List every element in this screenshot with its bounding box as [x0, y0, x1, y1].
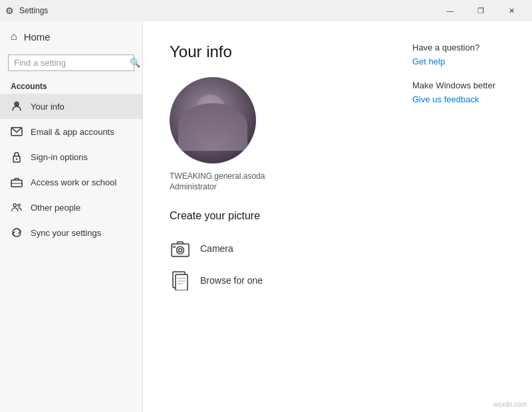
- page-title: Your info: [170, 43, 372, 61]
- search-box[interactable]: 🔍: [8, 54, 134, 71]
- briefcase-icon: [11, 176, 23, 188]
- sidebar-item-email-accounts[interactable]: Email & app accounts: [0, 119, 142, 144]
- watermark: wsxdn.com: [493, 401, 527, 408]
- close-button[interactable]: ✕: [496, 0, 527, 21]
- create-picture-title: Create your picture: [170, 210, 372, 222]
- person-icon: [11, 100, 23, 112]
- sidebar-item-your-info[interactable]: Your info: [0, 94, 142, 119]
- profile-section: TWEAKING.general.asoda Administrator: [170, 77, 372, 191]
- sidebar-item-sync-settings[interactable]: Sync your settings: [0, 220, 142, 245]
- svg-point-12: [179, 249, 182, 252]
- sidebar-item-sign-in[interactable]: Sign-in options: [0, 144, 142, 169]
- camera-option[interactable]: Camera: [170, 233, 372, 264]
- user-name: TWEAKING.general.asoda: [170, 171, 265, 181]
- svg-rect-17: [176, 274, 188, 290]
- avatar: [170, 77, 256, 163]
- svg-point-8: [13, 204, 17, 207]
- sidebar-item-other-people[interactable]: Other people: [0, 195, 142, 220]
- home-icon: ⌂: [11, 31, 17, 43]
- search-input[interactable]: [14, 58, 126, 68]
- lock-icon: [11, 151, 23, 163]
- help-question-section: Have a question? Get help: [412, 43, 519, 67]
- svg-rect-13: [173, 246, 176, 248]
- email-icon: [11, 126, 23, 138]
- home-label: Home: [24, 31, 51, 43]
- svg-point-9: [18, 204, 21, 207]
- user-role: Administrator: [170, 182, 217, 191]
- work-school-label: Access work or school: [31, 177, 116, 187]
- sync-settings-label: Sync your settings: [31, 228, 101, 238]
- camera-label: Camera: [200, 243, 233, 254]
- content-area: Your info TWEAKING.general.asoda Adminis…: [143, 21, 399, 412]
- titlebar-title: Settings: [19, 6, 48, 15]
- sync-icon: [11, 227, 23, 239]
- sidebar: ⌂ Home 🔍 Accounts Your info: [0, 21, 143, 412]
- help-panel: Have a question? Get help Make Windows b…: [399, 21, 532, 412]
- svg-rect-15: [172, 254, 189, 257]
- titlebar: ⚙ Settings — ❐ ✕: [0, 0, 532, 21]
- sidebar-item-work-school[interactable]: Access work or school: [0, 169, 142, 195]
- titlebar-controls: — ❐ ✕: [435, 0, 527, 21]
- home-nav-item[interactable]: ⌂ Home: [0, 21, 142, 52]
- browse-label: Browse for one: [200, 275, 263, 286]
- browse-option[interactable]: Browse for one: [170, 264, 372, 296]
- make-better-text: Make Windows better: [412, 80, 519, 90]
- help-question-text: Have a question?: [412, 43, 519, 52]
- svg-point-11: [177, 247, 184, 254]
- main-window: ⌂ Home 🔍 Accounts Your info: [0, 21, 532, 412]
- titlebar-left: ⚙ Settings: [5, 5, 48, 16]
- minimize-button[interactable]: —: [435, 0, 466, 21]
- your-info-label: Your info: [31, 102, 65, 112]
- email-accounts-label: Email & app accounts: [31, 127, 114, 137]
- people-icon: [11, 201, 23, 213]
- sign-in-label: Sign-in options: [31, 152, 88, 162]
- feedback-link[interactable]: Give us feedback: [412, 94, 479, 104]
- search-icon: 🔍: [130, 58, 140, 68]
- make-better-section: Make Windows better Give us feedback: [412, 80, 519, 105]
- browse-icon: [170, 270, 191, 291]
- get-help-link[interactable]: Get help: [412, 56, 445, 66]
- camera-icon: [170, 238, 191, 259]
- accounts-section-label: Accounts: [0, 76, 142, 94]
- maximize-button[interactable]: ❐: [466, 0, 496, 21]
- other-people-label: Other people: [31, 203, 80, 213]
- settings-icon: ⚙: [5, 5, 14, 16]
- svg-point-5: [16, 158, 17, 159]
